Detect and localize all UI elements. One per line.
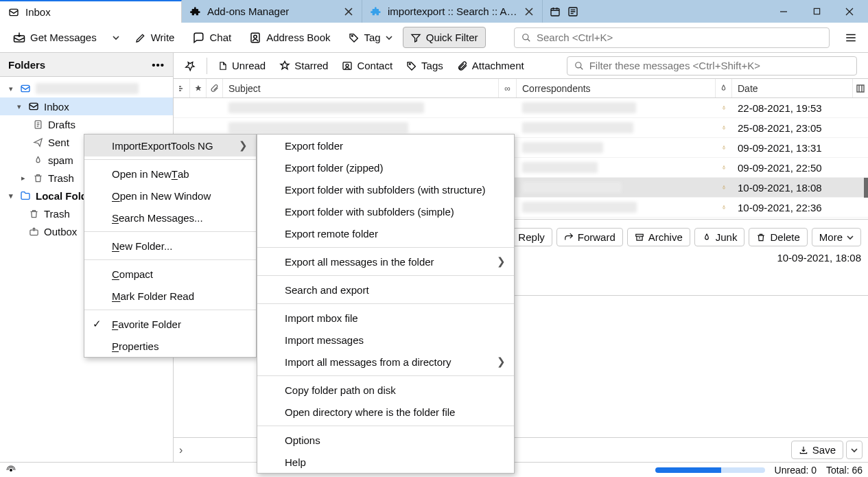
message-filter-input[interactable] bbox=[567, 56, 857, 75]
filter-attachment[interactable]: Attachment bbox=[451, 57, 530, 74]
menu-item[interactable]: Export folder with subfolders (simple) bbox=[257, 200, 514, 222]
save-dropdown[interactable] bbox=[846, 441, 863, 459]
tasks-icon[interactable] bbox=[567, 6, 578, 17]
archive-button[interactable]: Archive bbox=[627, 228, 690, 246]
folder-drafts[interactable]: Drafts bbox=[0, 115, 173, 133]
menu-item[interactable]: Search Messages... bbox=[84, 207, 256, 229]
mail-icon bbox=[8, 7, 19, 18]
search-icon bbox=[574, 61, 584, 71]
delete-button[interactable]: Delete bbox=[749, 228, 807, 246]
expand-icon[interactable]: › bbox=[179, 444, 183, 456]
forward-button[interactable]: Forward bbox=[556, 228, 623, 246]
filter-starred[interactable]: Starred bbox=[274, 57, 333, 74]
more-button[interactable]: More bbox=[812, 228, 861, 246]
svg-rect-1 bbox=[551, 8, 559, 16]
tab-label: Inbox bbox=[25, 6, 51, 18]
close-icon[interactable] bbox=[524, 7, 534, 16]
menu-item[interactable]: Export all messages in the folder❯ bbox=[257, 251, 514, 272]
menu-item[interactable]: Help bbox=[257, 451, 514, 473]
tab-search-importexport[interactable]: importexport :: Search :: Add bbox=[362, 0, 543, 23]
calendar-icon[interactable] bbox=[550, 6, 561, 17]
quick-filter-label: Quick Filter bbox=[426, 32, 478, 43]
twisty-icon[interactable]: ▾ bbox=[15, 102, 23, 111]
col-thread[interactable] bbox=[174, 79, 190, 97]
tab-label: Add-ons Manager bbox=[207, 5, 289, 17]
app-menu-button[interactable] bbox=[839, 27, 863, 48]
search-icon bbox=[521, 33, 531, 43]
folder-options-button[interactable]: ••• bbox=[152, 59, 165, 71]
folder-pane-header: Folders ••• bbox=[0, 53, 173, 77]
folder-label: Sent bbox=[48, 137, 69, 148]
write-button[interactable]: Write bbox=[128, 27, 183, 48]
trash-icon bbox=[27, 209, 40, 219]
svg-rect-0 bbox=[10, 9, 18, 15]
account-row[interactable]: ▾ bbox=[0, 80, 173, 97]
tab-addons[interactable]: Add-ons Manager bbox=[182, 0, 362, 23]
filter-contact[interactable]: Contact bbox=[336, 57, 398, 74]
junk-button[interactable]: Junk bbox=[694, 228, 745, 246]
chat-button[interactable]: Chat bbox=[185, 27, 239, 49]
search-input[interactable] bbox=[537, 32, 822, 43]
filter-tags[interactable]: Tags bbox=[401, 57, 449, 74]
get-messages-button[interactable]: Get Messages bbox=[5, 27, 104, 49]
col-attachment[interactable] bbox=[207, 79, 223, 97]
folder-label: Drafts bbox=[48, 119, 75, 130]
close-icon[interactable] bbox=[344, 7, 353, 16]
menu-item[interactable]: Export folder with subfolders (with stru… bbox=[257, 178, 514, 200]
folder-label: spam bbox=[48, 154, 73, 166]
svg-point-16 bbox=[575, 62, 580, 67]
col-read[interactable]: ∞ bbox=[499, 79, 517, 97]
col-date[interactable]: Date bbox=[732, 79, 853, 97]
menu-item[interactable]: Compact bbox=[84, 263, 256, 285]
pin-filter-button[interactable] bbox=[179, 58, 201, 74]
close-button[interactable] bbox=[834, 0, 865, 23]
menu-item[interactable]: Export folder bbox=[257, 135, 514, 156]
menu-item[interactable]: Import messages bbox=[257, 329, 514, 351]
quick-filter-button[interactable]: Quick Filter bbox=[403, 27, 486, 48]
menu-item[interactable]: New Folder... bbox=[84, 235, 256, 257]
save-button[interactable]: Save bbox=[791, 441, 843, 459]
filter-label: Unread bbox=[232, 60, 266, 71]
twisty-icon[interactable]: ▸ bbox=[19, 174, 27, 183]
outbox-icon bbox=[27, 226, 40, 237]
col-star[interactable] bbox=[190, 79, 207, 97]
main-toolbar: Get Messages Write Chat Address Book Tag… bbox=[0, 23, 868, 53]
menu-item[interactable]: Open in New Window bbox=[84, 185, 256, 207]
minimize-button[interactable] bbox=[768, 0, 799, 23]
menu-item[interactable]: Search and export bbox=[257, 279, 514, 301]
message-row[interactable]: 22-08-2021, 19:53 bbox=[174, 98, 868, 118]
get-messages-dropdown[interactable] bbox=[107, 30, 125, 45]
address-book-label: Address Book bbox=[266, 32, 330, 43]
menu-item[interactable]: Copy folder path on disk bbox=[257, 379, 514, 401]
activity-icon[interactable] bbox=[5, 465, 16, 476]
twisty-icon[interactable]: ▾ bbox=[7, 84, 15, 93]
menu-item[interactable]: Import mbox file bbox=[257, 307, 514, 329]
global-search[interactable] bbox=[514, 27, 830, 48]
twisty-icon[interactable]: ▾ bbox=[7, 191, 15, 200]
col-subject[interactable]: Subject bbox=[223, 79, 499, 97]
menu-item[interactable]: Mark Folder Read bbox=[84, 285, 256, 307]
col-correspondents[interactable]: Correspondents bbox=[517, 79, 716, 97]
check-icon: ✓ bbox=[93, 318, 102, 330]
col-picker[interactable] bbox=[853, 79, 868, 97]
filter-unread[interactable]: Unread bbox=[213, 57, 271, 74]
filter-input[interactable] bbox=[589, 60, 849, 71]
tab-inbox[interactable]: Inbox bbox=[0, 0, 182, 23]
folder-inbox[interactable]: ▾ Inbox bbox=[0, 97, 173, 115]
tag-button[interactable]: Tag bbox=[341, 27, 400, 48]
menu-item[interactable]: ImportExportTools NG❯ bbox=[84, 135, 256, 156]
menu-item[interactable]: Export remote folder bbox=[257, 222, 514, 244]
menu-item[interactable]: ✓Favorite Folder bbox=[84, 313, 256, 335]
menu-item[interactable]: Export folder (zipped) bbox=[257, 156, 514, 178]
maximize-button[interactable] bbox=[801, 0, 832, 23]
address-book-button[interactable]: Address Book bbox=[242, 27, 338, 49]
col-junk[interactable] bbox=[716, 79, 732, 97]
menu-item[interactable]: Properties bbox=[84, 335, 256, 357]
svg-rect-13 bbox=[343, 62, 351, 69]
menu-item[interactable]: Options bbox=[257, 429, 514, 451]
menu-item[interactable]: Import all messages from a directory❯ bbox=[257, 351, 514, 373]
mail-icon bbox=[19, 83, 32, 94]
menu-item[interactable]: Open in New Tab bbox=[84, 163, 256, 185]
menu-item[interactable]: Open directory where is the folder file bbox=[257, 401, 514, 423]
importexport-submenu: Export folderExport folder (zipped)Expor… bbox=[257, 134, 515, 474]
